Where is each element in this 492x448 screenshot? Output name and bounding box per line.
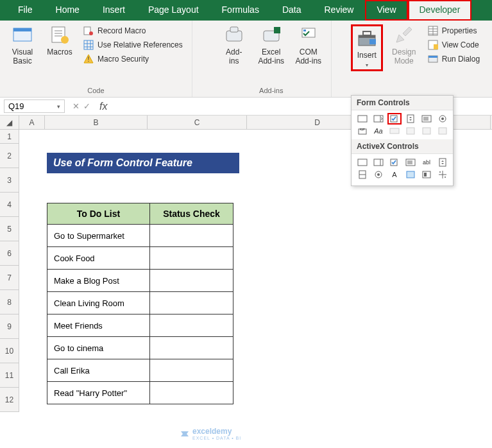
form-groupbox-control[interactable]: xyz xyxy=(355,125,369,137)
table-cell[interactable]: Make a Blog Post xyxy=(47,270,150,292)
ax-combobox[interactable] xyxy=(371,157,386,168)
col-header-b[interactable]: B xyxy=(45,116,148,129)
ax-label[interactable]: A xyxy=(387,169,402,180)
row-header[interactable]: 6 xyxy=(0,241,19,266)
ax-spin-button[interactable] xyxy=(355,169,369,180)
tab-insert[interactable]: Insert xyxy=(91,0,137,21)
col-header-c[interactable]: C xyxy=(148,116,247,129)
svg-rect-13 xyxy=(303,30,306,31)
ax-image[interactable] xyxy=(403,169,418,180)
form-listbox-control[interactable] xyxy=(420,113,434,125)
svg-rect-16 xyxy=(363,31,371,35)
visual-basic-button[interactable]: Visual Basic xyxy=(6,24,38,65)
select-all-corner[interactable]: ◢ xyxy=(0,116,19,129)
form-scrollbar-control xyxy=(387,125,402,137)
chevron-down-icon[interactable]: ▾ xyxy=(57,103,60,110)
svg-point-43 xyxy=(377,173,380,176)
tab-page-layout[interactable]: Page Layout xyxy=(137,0,210,21)
tab-data[interactable]: Data xyxy=(271,0,313,21)
table-cell[interactable] xyxy=(150,270,233,292)
insert-controls-button[interactable]: Insert ▾ xyxy=(351,24,383,71)
enter-icon[interactable]: ✓ xyxy=(83,101,90,111)
form-combobox-control[interactable] xyxy=(371,113,386,125)
row-header[interactable]: 11 xyxy=(0,363,19,388)
fx-button[interactable]: fx xyxy=(94,101,112,112)
com-addins-button[interactable]: COM Add-ins xyxy=(293,24,325,65)
form-option-control[interactable] xyxy=(436,113,450,125)
row-header[interactable]: 9 xyxy=(0,314,19,339)
ribbon-group-addins: Add- ins Excel Add-ins COM Add-ins Add-i… xyxy=(212,21,332,97)
row-header[interactable]: 7 xyxy=(0,266,19,290)
table-cell[interactable]: Call Erika xyxy=(47,359,150,382)
table-cell[interactable]: Clean Living Room xyxy=(47,292,150,314)
ax-listbox[interactable] xyxy=(403,157,418,168)
svg-rect-22 xyxy=(428,56,437,58)
table-cell[interactable] xyxy=(150,382,233,404)
form-checkbox-control[interactable] xyxy=(387,113,402,125)
design-mode-button[interactable]: Design Mode xyxy=(388,24,420,71)
run-dialog-button[interactable]: Run Dialog xyxy=(425,53,482,65)
sheet-title-band: Use of Form Control Feature xyxy=(47,153,239,173)
excel-addins-button[interactable]: Excel Add-ins xyxy=(255,24,287,65)
svg-point-47 xyxy=(439,171,441,173)
ax-checkbox[interactable] xyxy=(387,157,402,168)
row-header[interactable]: 2 xyxy=(0,144,19,168)
addins-button[interactable]: Add- ins xyxy=(218,24,250,65)
svg-rect-46 xyxy=(424,173,427,177)
svg-rect-6 xyxy=(84,40,93,49)
table-cell[interactable] xyxy=(150,225,233,247)
svg-rect-20 xyxy=(434,44,438,49)
tab-view[interactable]: View xyxy=(365,0,407,21)
macros-button[interactable]: Macros xyxy=(44,24,76,65)
tab-file[interactable]: File xyxy=(6,0,44,21)
cancel-icon[interactable]: ✕ xyxy=(72,101,80,111)
tab-formulas[interactable]: Formulas xyxy=(210,0,271,21)
table-cell[interactable]: Meet Friends xyxy=(47,314,150,337)
svg-point-29 xyxy=(441,117,444,120)
form-spinner-control[interactable] xyxy=(403,113,418,125)
tab-developer[interactable]: Developer xyxy=(408,0,472,21)
svg-text:!: ! xyxy=(88,56,90,63)
name-box[interactable]: Q19 ▾ xyxy=(4,99,65,113)
svg-rect-26 xyxy=(407,115,414,123)
table-cell[interactable]: Read "Harry Potter" xyxy=(47,382,150,404)
row-header[interactable]: 12 xyxy=(0,388,19,412)
table-cell[interactable] xyxy=(150,359,233,382)
table-cell[interactable] xyxy=(150,314,233,337)
row-header[interactable]: 5 xyxy=(0,217,19,241)
ax-textbox[interactable]: abl xyxy=(420,157,434,168)
table-cell[interactable]: Go to cinema xyxy=(47,337,150,359)
tab-review[interactable]: Review xyxy=(313,0,366,21)
use-relative-references-button[interactable]: Use Relative References xyxy=(81,39,185,51)
ribbon-group-code: Visual Basic Macros Record Macro Use Rel… xyxy=(0,21,192,97)
form-controls-header: Form Controls xyxy=(352,96,453,110)
row-header[interactable]: 3 xyxy=(0,168,19,193)
row-header[interactable]: 4 xyxy=(0,193,19,217)
col-header-a[interactable]: A xyxy=(19,116,45,129)
row-header[interactable]: 1 xyxy=(0,130,19,144)
view-code-button[interactable]: View Code xyxy=(425,39,482,51)
com-addins-icon xyxy=(298,24,319,45)
macro-security-button[interactable]: ! Macro Security xyxy=(81,53,185,65)
ax-command-button[interactable] xyxy=(355,157,369,168)
table-cell[interactable] xyxy=(150,292,233,314)
table-cell[interactable]: Cook Food xyxy=(47,247,150,270)
ax-more-controls[interactable] xyxy=(436,169,450,180)
table-cell[interactable]: Go to Supermarket xyxy=(47,225,150,247)
ax-option-button[interactable] xyxy=(371,169,386,180)
properties-button[interactable]: Properties xyxy=(425,24,482,37)
ax-scrollbar[interactable] xyxy=(436,157,450,168)
row-header[interactable]: 8 xyxy=(0,290,19,314)
svg-rect-44 xyxy=(407,171,414,178)
ax-toggle-button[interactable] xyxy=(420,169,434,180)
form-controls-grid: xyz Aa xyxy=(352,110,453,139)
table-cell[interactable] xyxy=(150,337,233,359)
form-label-control[interactable]: Aa xyxy=(371,125,386,137)
row-header[interactable]: 10 xyxy=(0,339,19,363)
form-combo-list-control xyxy=(420,125,434,137)
svg-point-5 xyxy=(89,31,93,35)
tab-home[interactable]: Home xyxy=(44,0,91,21)
record-macro-button[interactable]: Record Macro xyxy=(81,24,185,37)
form-button-control[interactable] xyxy=(355,113,369,125)
table-cell[interactable] xyxy=(150,247,233,270)
